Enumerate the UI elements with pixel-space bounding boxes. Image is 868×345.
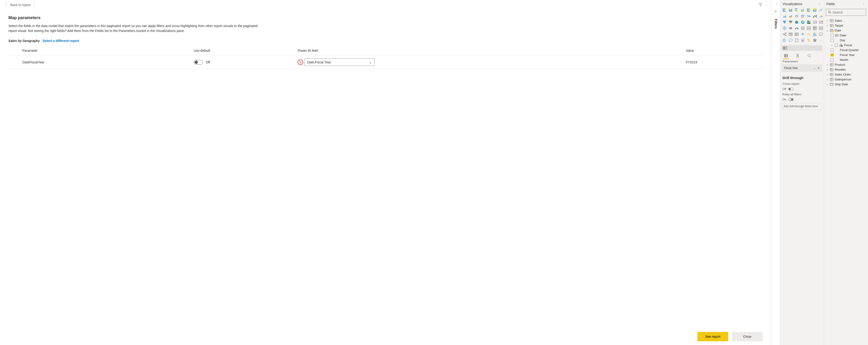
format-tab[interactable] <box>795 53 800 58</box>
svg-rect-6 <box>789 9 790 9</box>
python-visual-icon[interactable]: Py <box>806 32 811 37</box>
scatter-chart-icon[interactable] <box>818 13 824 19</box>
field-day[interactable]: Day <box>825 38 867 42</box>
gauge-icon[interactable] <box>794 26 799 31</box>
hundred-stacked-column-icon[interactable] <box>812 7 817 12</box>
table-product[interactable]: › Product <box>825 62 867 67</box>
see-report-button[interactable]: See report <box>698 332 728 341</box>
checkbox[interactable] <box>835 44 838 47</box>
powerapps-icon[interactable] <box>800 38 805 43</box>
table-salesperson[interactable]: › Salesperson <box>825 77 867 82</box>
paginated-report-icon[interactable] <box>794 38 799 43</box>
table-visual-icon[interactable] <box>788 32 793 37</box>
drill-through-well[interactable]: Add drill-through fields here <box>782 103 822 110</box>
line-chart-icon[interactable] <box>818 7 824 12</box>
chevron-right-icon: › <box>826 19 829 22</box>
more-visuals-icon[interactable]: ··· <box>818 38 824 43</box>
use-default-toggle[interactable] <box>194 60 203 64</box>
stacked-area-icon[interactable] <box>788 13 793 19</box>
parameters-well[interactable]: a Fiscal Year ⌄ ✕ <box>782 64 822 71</box>
field-fiscal-year[interactable]: Fiscal Year <box>825 53 867 57</box>
filters-pane-collapsed[interactable]: 〈 Filters <box>772 0 780 345</box>
checkbox[interactable] <box>831 34 834 37</box>
checkbox[interactable] <box>831 39 834 42</box>
checkbox[interactable] <box>831 49 834 52</box>
treemap-icon[interactable] <box>806 20 811 25</box>
filter-visual-icon[interactable] <box>788 20 793 25</box>
stacked-column-icon[interactable] <box>788 7 793 12</box>
svg-rect-82 <box>784 54 787 57</box>
svg-rect-5 <box>789 9 790 12</box>
r-visual-icon[interactable]: R <box>800 32 805 37</box>
svg-rect-73 <box>815 34 816 36</box>
close-button[interactable]: Close <box>732 332 763 341</box>
remove-icon[interactable]: ✕ <box>817 66 820 70</box>
chevron-right-icon[interactable]: 〉 <box>818 2 822 6</box>
custom-visual-icon[interactable] <box>806 38 811 43</box>
search-input[interactable] <box>833 10 868 14</box>
multirow-card-icon[interactable] <box>806 26 811 31</box>
funnel-icon[interactable] <box>782 20 787 25</box>
table-sales[interactable]: › Sales <box>825 18 867 23</box>
table-reseller[interactable]: › Reseller <box>825 67 867 72</box>
svg-point-43 <box>822 16 822 17</box>
more-icon[interactable]: ··· <box>766 3 770 7</box>
select-different-report-link[interactable]: Select a different report <box>42 39 79 42</box>
smart-narrative-icon[interactable] <box>782 38 787 43</box>
field-fiscal[interactable]: › Fiscal <box>825 42 867 48</box>
matrix-visual-icon[interactable] <box>794 32 799 37</box>
filled-map-icon[interactable] <box>788 26 793 31</box>
table-date[interactable]: ⌄ Date <box>825 28 867 33</box>
map-icon[interactable] <box>782 26 787 31</box>
area-chart-icon[interactable] <box>782 13 787 19</box>
field-date[interactable]: A≡ Date <box>825 33 867 38</box>
line-column-icon[interactable] <box>794 13 799 19</box>
qa-visual-icon[interactable] <box>818 32 824 37</box>
back-to-report[interactable]: 〈 Back to report <box>0 1 34 9</box>
svg-rect-53 <box>807 21 809 23</box>
svg-rect-25 <box>813 8 814 9</box>
field-fiscal-quarter[interactable]: Fiscal Quarter <box>825 48 867 53</box>
table-sales-order[interactable]: › Sales Order <box>825 72 867 77</box>
table-ship-date[interactable]: › Ship Date <box>825 82 867 87</box>
hundred-stacked-bar-icon[interactable] <box>806 7 811 12</box>
decomposition-tree-icon[interactable] <box>782 32 787 37</box>
cross-report-toggle[interactable] <box>788 88 794 90</box>
svg-rect-34 <box>802 16 802 18</box>
field-month[interactable]: Month <box>825 57 867 62</box>
fields-search[interactable] <box>826 9 866 16</box>
get-more-visuals-icon[interactable] <box>812 38 817 43</box>
analytics-tab[interactable] <box>807 53 812 58</box>
fields-tab[interactable] <box>783 53 788 58</box>
clustered-bar-icon[interactable] <box>794 7 799 12</box>
waterfall-icon[interactable] <box>812 13 817 19</box>
svg-rect-11 <box>795 9 797 9</box>
line-clustered-column-icon[interactable] <box>800 13 805 19</box>
svg-rect-47 <box>789 21 792 22</box>
pie-chart-icon[interactable] <box>794 20 799 25</box>
kpi-icon[interactable] <box>818 20 824 25</box>
clustered-column-icon[interactable] <box>800 7 805 12</box>
donut-chart-icon[interactable] <box>800 20 805 25</box>
ribbon-chart-icon[interactable] <box>806 13 811 19</box>
chevron-down-icon[interactable]: ⌄ <box>813 66 815 70</box>
svg-rect-33 <box>801 16 802 18</box>
checkbox[interactable] <box>831 58 834 61</box>
slicer-icon[interactable] <box>800 26 805 31</box>
map-params-panel: Map parameters Select the fields in the … <box>0 16 772 69</box>
table-icon <box>830 19 833 22</box>
table-target[interactable]: › Target <box>825 23 867 28</box>
chevron-right-icon[interactable]: 〉 <box>863 2 866 6</box>
chat-icon[interactable] <box>788 38 793 43</box>
card-icon[interactable]: 123 <box>812 20 817 25</box>
matrix-icon[interactable] <box>812 26 817 31</box>
stacked-bar-icon[interactable] <box>782 7 787 12</box>
powerbi-field-dropdown[interactable]: Date.Fiscal Year ⌄ <box>305 58 374 66</box>
filter-icon[interactable] <box>759 3 763 7</box>
field-chip-fiscal-year[interactable]: Fiscal Year ⌄ ✕ <box>782 65 822 71</box>
key-influencers-icon[interactable] <box>812 32 817 37</box>
table-icon[interactable] <box>818 26 824 31</box>
text-field-icon: A≡ <box>835 34 838 37</box>
keep-filters-toggle[interactable] <box>788 98 794 101</box>
checkbox-checked[interactable] <box>831 53 834 57</box>
